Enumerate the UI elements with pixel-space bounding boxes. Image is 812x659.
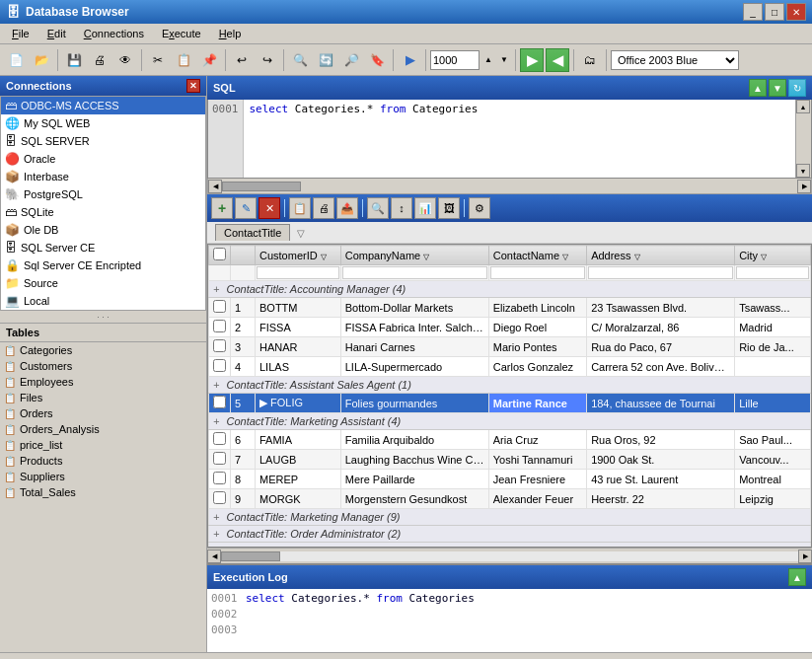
table-row[interactable]: 2 FISSA FISSA Fabrica Inter. Salchichas …: [209, 318, 811, 337]
grid-delete-btn[interactable]: ✕: [258, 197, 280, 219]
filter-companyname-input[interactable]: [342, 266, 487, 279]
col-city[interactable]: City ▽: [735, 246, 811, 265]
col-customerid[interactable]: CustomerID ▽: [256, 246, 341, 265]
filter-address-input[interactable]: [588, 266, 733, 279]
conn-item-my-sql-web[interactable]: 🌐 My SQL WEB: [1, 114, 205, 132]
group-row-marketing-manager[interactable]: + ContactTitle: Marketing Manager (9): [209, 509, 811, 526]
table-item-categories[interactable]: 📋 Categories: [0, 342, 206, 358]
redo-button[interactable]: ↪: [256, 48, 279, 72]
grid-add-btn[interactable]: +: [211, 197, 233, 219]
group-row-order-admin[interactable]: + ContactTitle: Order Administrator (2): [209, 526, 811, 543]
menu-file[interactable]: File: [4, 26, 37, 41]
expand-icon-3[interactable]: +: [213, 415, 219, 427]
cut-button[interactable]: ✂: [146, 48, 170, 72]
sql-scroll-down[interactable]: ▼: [796, 164, 810, 178]
print-button[interactable]: 🖨: [88, 48, 111, 72]
conn-item-source[interactable]: 📁 Source: [1, 274, 205, 292]
menu-help[interactable]: Help: [211, 26, 250, 41]
connections-list[interactable]: 🗃 ODBC-MS ACCESS 🌐 My SQL WEB 🗄 SQL SERV…: [0, 96, 206, 311]
limit-spin-down[interactable]: ▼: [497, 55, 511, 65]
grid-group-btn[interactable]: 📊: [414, 197, 436, 219]
maximize-button[interactable]: □: [765, 3, 784, 21]
theme-dropdown[interactable]: Office 2003 Blue Windows XP Default: [611, 50, 739, 70]
select-all-checkbox[interactable]: [213, 248, 226, 260]
sql-scroll-right[interactable]: ▶: [797, 180, 811, 193]
preview-button[interactable]: 👁: [113, 48, 137, 72]
table-item-price-list[interactable]: 📋 price_list: [0, 437, 206, 453]
group-row-owner[interactable]: + ContactTitle: Owner (12): [209, 543, 811, 549]
table-row[interactable]: 7 LAUGB Laughing Bacchus Wine Cellars Yo…: [209, 450, 811, 470]
row-checkbox-7[interactable]: [213, 452, 226, 465]
expand-icon-6[interactable]: +: [213, 545, 219, 548]
cell-checkbox[interactable]: [209, 470, 231, 489]
table-row[interactable]: 4 LILAS LILA-Supermercado Carlos Gonzale…: [209, 357, 811, 377]
row-checkbox-1[interactable]: [213, 300, 226, 313]
row-checkbox-3[interactable]: [213, 339, 226, 352]
row-checkbox-9[interactable]: [213, 491, 226, 504]
filter-companyname[interactable]: [340, 265, 488, 281]
sql-scroll-left[interactable]: ◀: [208, 180, 222, 193]
sql-editor[interactable]: select Categories.* from Categories: [244, 100, 796, 178]
copy-button[interactable]: 📋: [172, 48, 195, 72]
filter-address[interactable]: [587, 265, 735, 281]
connections-close-btn[interactable]: ✕: [186, 79, 200, 93]
row-checkbox-8[interactable]: [213, 472, 226, 484]
conn-item-odbc-ms-access[interactable]: 🗃 ODBC-MS ACCESS: [1, 97, 205, 114]
cell-checkbox[interactable]: [209, 394, 231, 413]
table-item-orders-analysis[interactable]: 📋 Orders_Analysis: [0, 421, 206, 437]
filter-contactname-input[interactable]: [490, 266, 585, 279]
menu-edit[interactable]: Edit: [39, 26, 74, 41]
menu-execute[interactable]: Execute: [154, 26, 209, 41]
col-companyname[interactable]: CompanyName ▽: [340, 246, 488, 265]
expand-icon-1[interactable]: +: [213, 283, 219, 295]
replace-button[interactable]: 🔄: [314, 48, 337, 72]
cell-checkbox[interactable]: [209, 318, 231, 337]
table-row[interactable]: 6 FAMIA Familia Arquibaldo Aria Cruz Rua…: [209, 430, 811, 450]
expand-icon-2[interactable]: +: [213, 379, 219, 391]
cell-checkbox[interactable]: [209, 357, 231, 377]
undo-button[interactable]: ↩: [230, 48, 254, 72]
row-checkbox-6[interactable]: [213, 432, 226, 445]
grid-sort-btn[interactable]: ↕: [391, 197, 412, 219]
menu-connections[interactable]: Connections: [76, 26, 152, 41]
table-item-suppliers[interactable]: 📋 Suppliers: [0, 469, 206, 484]
table-item-employees[interactable]: 📋 Employees: [0, 374, 206, 390]
grid-settings-btn[interactable]: ⚙: [469, 197, 490, 219]
grid-export-btn[interactable]: 📤: [336, 197, 358, 219]
col-address[interactable]: Address ▽: [587, 246, 735, 265]
minimize-button[interactable]: _: [743, 3, 763, 21]
paste-button[interactable]: 📌: [197, 48, 221, 72]
cell-checkbox[interactable]: [209, 337, 231, 357]
table-item-customers[interactable]: 📋 Customers: [0, 358, 206, 374]
sql-scroll-up[interactable]: ▲: [796, 100, 810, 113]
grid-copy-btn[interactable]: 📋: [289, 197, 311, 219]
filter-city[interactable]: [735, 265, 811, 281]
conn-item-interbase[interactable]: 📦 Interbase: [1, 168, 205, 185]
grid-filter-btn[interactable]: 🔍: [367, 197, 389, 219]
close-button[interactable]: ✕: [786, 3, 806, 21]
bookmark-button[interactable]: 🔖: [365, 48, 389, 72]
row-checkbox-4[interactable]: [213, 359, 226, 372]
table-row[interactable]: 1 BOTTM Bottom-Dollar Markets Elizabeth …: [209, 298, 811, 318]
conn-item-ole-db[interactable]: 📦 Ole DB: [1, 221, 205, 239]
group-row-accounting-manager[interactable]: + ContactTitle: Accounting Manager (4): [209, 281, 811, 298]
conn-item-sqlite[interactable]: 🗃 SQLite: [1, 203, 205, 221]
table-item-products[interactable]: 📋 Products: [0, 453, 206, 469]
schema-button[interactable]: 🗂: [578, 48, 602, 72]
conn-item-sql-server[interactable]: 🗄 SQL SERVER: [1, 132, 205, 150]
limit-spin-up[interactable]: ▲: [481, 55, 495, 65]
new-button[interactable]: 📄: [4, 48, 28, 72]
conn-item-sql-server-ce[interactable]: 🗄 SQL Server CE: [1, 239, 205, 256]
filter-customerid-input[interactable]: [257, 266, 339, 279]
save-button[interactable]: 💾: [62, 48, 86, 72]
data-grid-container[interactable]: CustomerID ▽ CompanyName ▽ ContactName ▽…: [207, 244, 812, 548]
row-checkbox-2[interactable]: [213, 320, 226, 332]
filter-contactname[interactable]: [488, 265, 586, 281]
execute-button[interactable]: ▶: [398, 48, 421, 72]
search-btn2[interactable]: 🔎: [339, 48, 363, 72]
table-item-files[interactable]: 📋 Files: [0, 390, 206, 405]
cell-checkbox[interactable]: [209, 430, 231, 450]
table-row[interactable]: 5 ▶ FOLIG Folies gourmandes Martine Ranc…: [209, 394, 811, 413]
filter-customerid[interactable]: [256, 265, 341, 281]
scroll-down-btn[interactable]: ▼: [769, 79, 786, 97]
